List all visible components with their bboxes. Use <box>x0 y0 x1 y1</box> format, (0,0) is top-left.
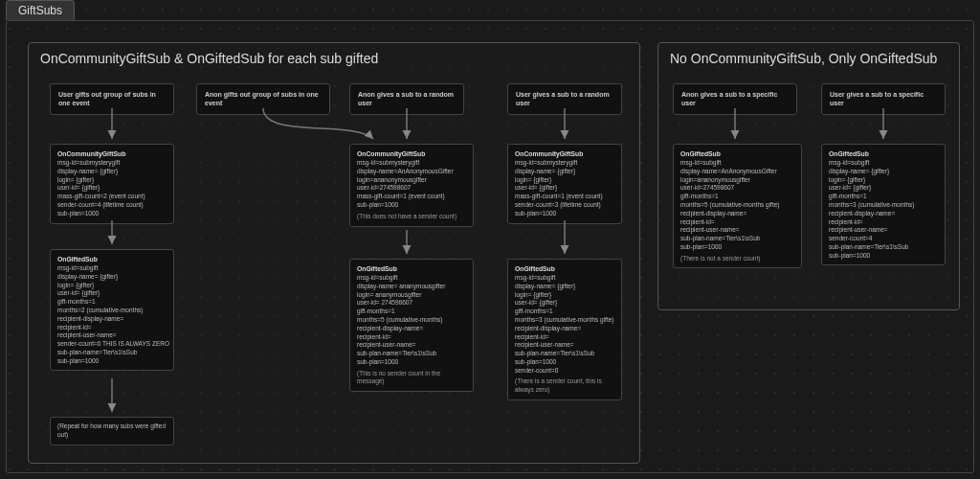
node-community-anon[interactable]: OnCommunityGiftSub msg-id=submysterygift… <box>349 144 474 227</box>
header-user-random[interactable]: User gives a sub to a random user <box>507 83 622 115</box>
tab-giftsubs[interactable]: GiftSubs <box>6 0 75 20</box>
node-repeat-note: (Repeat for how many subs were gifted ou… <box>50 417 174 445</box>
node-gifted-user-random[interactable]: OnGiftedSub msg-id=subgiftdisplay-name= … <box>507 259 622 400</box>
region-gifted-only: No OnCommunityGiftSub, Only OnGiftedSub … <box>657 42 960 310</box>
node-gifted-anon[interactable]: OnGiftedSub msg-id=subgiftdisplay-name= … <box>349 259 474 392</box>
node-gifted-user-specific[interactable]: OnGiftedSub msg-id=subgiftdisplay-name= … <box>821 144 946 265</box>
region-b-title: No OnCommunityGiftSub, Only OnGiftedSub <box>670 51 937 66</box>
node-community-user-random[interactable]: OnCommunityGiftSub msg-id=submysterygift… <box>507 144 622 224</box>
header-user-group-gift[interactable]: User gifts out group of subs in one even… <box>50 83 174 115</box>
region-a-title: OnCommunityGiftSub & OnGiftedSub for eac… <box>40 51 378 66</box>
diagram-canvas: OnCommunityGiftSub & OnGiftedSub for eac… <box>6 20 974 473</box>
header-anon-specific[interactable]: Anon gives a sub to a specific user <box>673 83 797 115</box>
header-user-specific[interactable]: User gives a sub to a specific user <box>821 83 946 115</box>
header-anon-random[interactable]: Anon gives a sub to a random user <box>349 83 464 115</box>
node-community-user-group[interactable]: OnCommunityGiftSub msg-id=submysterygift… <box>50 144 174 224</box>
node-gifted-anon-specific[interactable]: OnGiftedSub msg-id=subgiftdisplay-name=A… <box>673 144 802 268</box>
node-gifted-user-group[interactable]: OnGiftedSub msg-id=subgiftdisplay-name= … <box>50 249 174 371</box>
header-anon-group-gift[interactable]: Anon gifts out group of subs in one even… <box>196 83 330 115</box>
region-community-and-gifted: OnCommunityGiftSub & OnGiftedSub for eac… <box>28 42 640 464</box>
